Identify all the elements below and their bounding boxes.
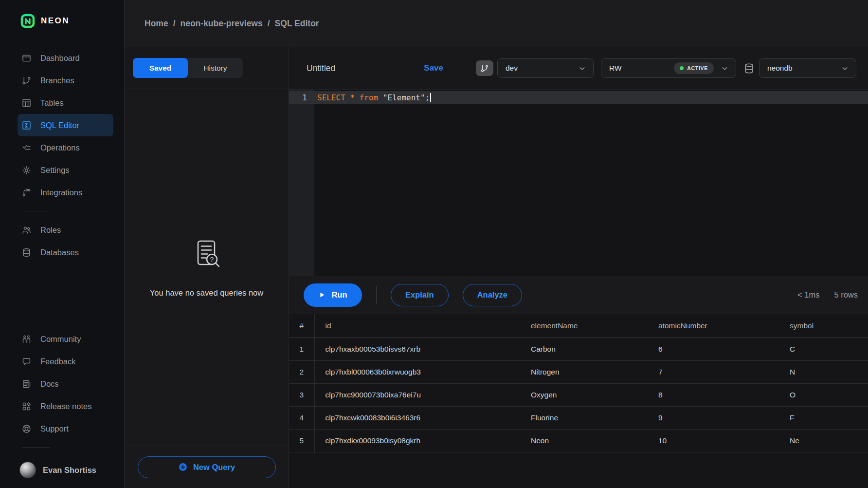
branch-icon-button[interactable] [476,60,493,76]
branch-select[interactable]: dev [497,58,594,78]
connection-controls: dev RW ACTIVE [461,47,868,89]
main-area: Home/neon-kube-previews/SQL Editor Saved… [125,0,868,488]
sidebar-item-label: Feedback [40,357,75,366]
new-query-button[interactable]: New Query [138,456,276,478]
sidebar-item-label: Tables [40,98,64,108]
table-cell: 9 [648,406,779,429]
empty-state-text: You have no saved queries now [150,288,263,298]
breadcrumb-item-home[interactable]: Home [145,19,168,29]
column-header-atomicNumber: atomicNumber [648,314,779,338]
query-duration: < 1ms [797,290,819,300]
tab-history[interactable]: History [188,58,243,78]
table-row: 3clp7hxc9000073b0ixa76ei7uOxygen8O [289,383,868,406]
sidebar-item-operations[interactable]: Operations [18,136,113,159]
brand-wordmark: NEON [41,16,70,26]
table-cell: Carbon [520,338,648,360]
neon-logo[interactable]: NEON [0,0,124,28]
sidebar-item-release-notes[interactable]: Release notes [18,395,113,417]
query-title[interactable]: Untitled [307,63,335,74]
sidebar-item-label: Branches [40,76,74,85]
table-cell: clp7hxaxb00053b0isvs67xrb [314,338,520,360]
new-query-label: New Query [193,463,235,472]
table-cell: clp7hxc9000073b0ixa76ei7u [314,383,520,406]
avatar [19,462,36,478]
results-table: #idelementNameatomicNumbersymbol 1clp7hx… [289,314,868,452]
topbar: Home/neon-kube-previews/SQL Editor [125,0,868,47]
plus-circle-icon [178,462,188,472]
sidebar-item-roles[interactable]: Roles [18,219,113,241]
sidebar-item-sql-editor[interactable]: SQL Editor [18,114,113,136]
compute-status-badge: ACTIVE [674,62,714,74]
sidebar-item-label: Databases [40,248,79,257]
sidebar-item-settings[interactable]: Settings [18,159,113,181]
branch-select-value: dev [506,64,518,73]
docs-icon [21,378,32,389]
sidebar: NEON DashboardBranchesTablesSQL EditorOp… [0,0,125,488]
table-cell: clp7hxbl000063b0ixrwuogb3 [314,360,520,383]
run-button[interactable]: Run [304,283,362,307]
table-cell: clp7hxdkx00093b0isy08gkrh [314,429,520,452]
sidebar-item-branches[interactable]: Branches [18,69,113,92]
breadcrumb-separator: / [173,19,176,29]
breadcrumb: Home/neon-kube-previews/SQL Editor [145,19,319,29]
table-cell: Ne [779,429,868,452]
sql-editor-icon [21,120,32,131]
table-cell: Nitrogen [520,360,648,383]
sidebar-item-label: SQL Editor [40,121,79,130]
column-header-id: id [314,314,520,338]
queries-empty-state: ? You have no saved queries now [125,89,289,446]
tab-saved[interactable]: Saved [133,58,188,78]
sidebar-item-label: Dashboard [40,54,80,63]
operations-icon [21,142,32,153]
sidebar-divider [22,447,50,448]
sidebar-item-label: Community [40,335,81,344]
analyze-button[interactable]: Analyze [463,284,522,306]
compute-select[interactable]: RW ACTIVE [601,58,736,78]
play-icon [318,291,326,299]
compute-select-value: RW [609,64,622,73]
column-header-elementName: elementName [520,314,648,338]
sidebar-item-databases[interactable]: Databases [18,241,113,263]
explain-button[interactable]: Explain [391,284,449,306]
analyze-label: Analyze [477,290,507,300]
save-query-button[interactable]: Save [424,63,443,73]
integrations-icon [21,187,32,198]
database-select[interactable]: neondb [759,58,856,78]
table-cell: 3 [289,383,314,406]
table-cell: 4 [289,406,314,429]
svg-text:?: ? [210,255,214,263]
toolbar-divider [376,286,377,304]
table-cell: N [779,360,868,383]
dashboard-icon [21,53,32,63]
chevron-down-icon [578,64,586,73]
sidebar-item-docs[interactable]: Docs [18,373,113,395]
code-text: SELECT * from "Element"; [314,93,431,102]
queries-tabs-row: SavedHistory [125,47,289,89]
sidebar-nav: DashboardBranchesTablesSQL EditorOperati… [0,47,124,263]
breadcrumb-item-sql-editor[interactable]: SQL Editor [275,19,319,29]
release-notes-icon [21,401,32,412]
sidebar-item-integrations[interactable]: Integrations [18,181,113,204]
database-select-value: neondb [767,64,793,73]
sql-code-editor[interactable]: 1SELECT * from "Element"; [289,89,868,276]
breadcrumb-item-neon-kube-previews[interactable]: neon-kube-previews [181,19,263,29]
query-title-bar: Untitled Save [289,47,461,89]
column-header-symbol: symbol [779,314,868,338]
sidebar-item-dashboard[interactable]: Dashboard [18,47,113,69]
user-menu[interactable]: Evan Shortiss [0,455,124,488]
table-cell: clp7hxcwk00083b0i6i3463r6 [314,406,520,429]
sidebar-item-feedback[interactable]: Feedback [18,350,113,373]
table-cell: 5 [289,429,314,452]
table-cell: 1 [289,338,314,360]
sidebar-item-support[interactable]: Support [18,417,113,440]
sidebar-item-tables[interactable]: Tables [18,92,113,114]
table-cell: 8 [648,383,779,406]
sidebar-item-community[interactable]: Community [18,328,113,350]
table-cell: 2 [289,360,314,383]
editor-gutter [289,90,314,276]
chevron-down-icon [721,64,729,73]
query-row-count: 5 rows [834,290,858,300]
table-row: 1clp7hxaxb00053b0isvs67xrbCarbon6C [289,338,868,360]
code-line[interactable]: 1SELECT * from "Element"; [289,91,868,104]
chevron-down-icon [841,64,849,73]
